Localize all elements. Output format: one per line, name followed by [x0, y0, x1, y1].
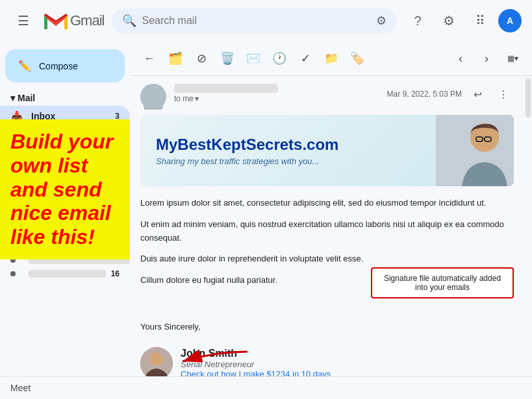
sender-avatar	[140, 84, 166, 110]
move-button[interactable]: 📁	[320, 47, 343, 70]
compose-icon: ✏️	[18, 60, 31, 72]
settings-button[interactable]: ⚙	[436, 8, 462, 34]
email-main-content: ← 🗂️ ⊘ 🗑️ ✉️ 🕐 ✓ 📁 �	[130, 42, 532, 376]
check-icon: ✓	[301, 51, 310, 66]
search-filter-icon[interactable]: ⚙	[376, 14, 386, 28]
sidebar-count-16: 16	[111, 269, 120, 278]
more-actions-button[interactable]: ⋮	[493, 84, 514, 104]
search-input[interactable]	[142, 15, 371, 27]
topbar-right-actions: ? ⚙ ⠿ A	[405, 8, 522, 34]
chevron-down-icon: ▾	[195, 94, 199, 103]
main-layout: ✏️ Compose ▾ Mail 📥 Inbox 3 🕐 ⭕ 21	[0, 42, 532, 376]
mail-button[interactable]: ✉️	[242, 47, 265, 70]
sig-callout-text: Signature file automatically added into …	[384, 274, 501, 292]
sender-name-placeholder	[174, 84, 278, 93]
email-area-wrapper: to me ▾ Mar 9, 2022, 5:03 PM ↩ ⋮	[130, 76, 532, 376]
email-date: Mar 9, 2022, 5:03 PM	[387, 90, 462, 99]
mail-icon: ✉️	[246, 51, 260, 66]
help-button[interactable]: ?	[405, 8, 431, 34]
svg-point-2	[144, 100, 163, 110]
scrollbar[interactable]	[524, 76, 532, 376]
apps-button[interactable]: ⠿	[467, 8, 493, 34]
archive-button[interactable]: 🗂️	[164, 47, 187, 70]
help-icon: ?	[414, 14, 421, 29]
prev-icon: ‹	[459, 52, 462, 66]
report-button[interactable]: ⊘	[190, 47, 213, 70]
back-button[interactable]: ←	[138, 47, 161, 70]
next-icon: ›	[485, 52, 488, 66]
compose-button[interactable]: ✏️ Compose	[5, 49, 125, 82]
view-options-button[interactable]: ▦▾	[501, 47, 524, 70]
dot-icon-3	[10, 271, 16, 276]
prev-button[interactable]: ‹	[449, 47, 472, 70]
email-body: to me ▾ Mar 9, 2022, 5:03 PM ↩ ⋮	[130, 76, 524, 376]
next-button[interactable]: ›	[475, 47, 498, 70]
search-bar: 🔍 ⚙	[112, 8, 397, 33]
toolbar-right: ‹ › ▦▾	[449, 47, 524, 70]
hamburger-icon: ☰	[18, 13, 29, 29]
svg-point-1	[147, 88, 159, 99]
gmail-logo: Gmail	[44, 12, 104, 29]
email-banner: MyBestKeptSecrets.com Sharing my best tr…	[140, 115, 514, 186]
body-paragraph-3: Duis aute irure dolor in reprehenderit i…	[140, 252, 514, 266]
archive-icon: 🗂️	[168, 51, 183, 66]
meet-label: Meet	[10, 383, 31, 393]
sidebar: ✏️ Compose ▾ Mail 📥 Inbox 3 🕐 ⭕ 21	[0, 42, 130, 376]
scrollbar-thumb[interactable]	[526, 79, 531, 117]
avatar[interactable]: A	[498, 9, 522, 32]
settings-icon: ⚙	[443, 13, 455, 29]
topbar: ☰ Gmail 🔍 ⚙ ? ⚙ ⠿ A	[0, 0, 532, 42]
sig-avatar	[140, 347, 173, 376]
reply-icon: ↩	[474, 88, 482, 101]
banner-site: MyBestKeptSecrets.com	[156, 136, 420, 154]
mail-section-label: ▾ Mail	[0, 90, 130, 106]
compose-label: Compose	[39, 61, 78, 71]
hamburger-menu-button[interactable]: ☰	[10, 8, 36, 34]
meet-section: Meet	[0, 376, 532, 399]
sig-callout-container: Cillum dolore eu fugiat nulla pariatur. …	[140, 274, 514, 313]
tag-icon: 🏷️	[350, 51, 364, 66]
overlay-text: Build your own list and send nice email …	[10, 130, 120, 249]
header-right: Mar 9, 2022, 5:03 PM ↩ ⋮	[387, 84, 514, 104]
check-button[interactable]: ✓	[294, 47, 317, 70]
apps-icon: ⠿	[475, 13, 485, 29]
email-toolbar: ← 🗂️ ⊘ 🗑️ ✉️ 🕐 ✓ 📁 �	[130, 42, 532, 76]
body-paragraph-2: Ut enim ad minim veniam, quis nostrud ex…	[140, 218, 514, 245]
report-icon: ⊘	[197, 51, 207, 66]
body-paragraph-1: Lorem ipsum dolor sit amet, consectetur …	[140, 197, 514, 210]
sender-name-row	[174, 84, 387, 93]
gmail-text-label: Gmail	[70, 12, 104, 29]
search-icon: 🔍	[122, 14, 136, 28]
delete-button[interactable]: 🗑️	[216, 47, 239, 70]
move-icon: 📁	[324, 51, 338, 66]
delete-icon: 🗑️	[220, 51, 234, 66]
reply-button[interactable]: ↩	[467, 84, 488, 104]
sig-callout-box: Signature file automatically added into …	[371, 267, 514, 298]
banner-text-area: MyBestKeptSecrets.com Sharing my best tr…	[140, 125, 436, 176]
clock-icon: 🕐	[272, 51, 286, 66]
svg-point-10	[150, 352, 163, 365]
body-paragraph-5: Yours Sincerely,	[140, 320, 514, 334]
overlay-annotation: Build your own list and send nice email …	[0, 119, 130, 260]
more-icon: ⋮	[498, 88, 509, 101]
clock-button[interactable]: 🕐	[268, 47, 291, 70]
expand-icon[interactable]: ▾	[10, 93, 15, 103]
banner-person-image	[436, 115, 514, 186]
back-icon: ←	[144, 52, 155, 66]
signature-area: John Smith Serial Netrepreneur Check out…	[140, 342, 514, 376]
sender-info: to me ▾	[174, 84, 387, 103]
to-me-label[interactable]: to me ▾	[174, 94, 387, 103]
sig-arrow-indicator	[176, 348, 254, 376]
email-header: to me ▾ Mar 9, 2022, 5:03 PM ↩ ⋮	[140, 76, 514, 115]
tag-button[interactable]: 🏷️	[346, 47, 369, 70]
banner-tagline: Sharing my best traffic strategies with …	[156, 156, 420, 166]
